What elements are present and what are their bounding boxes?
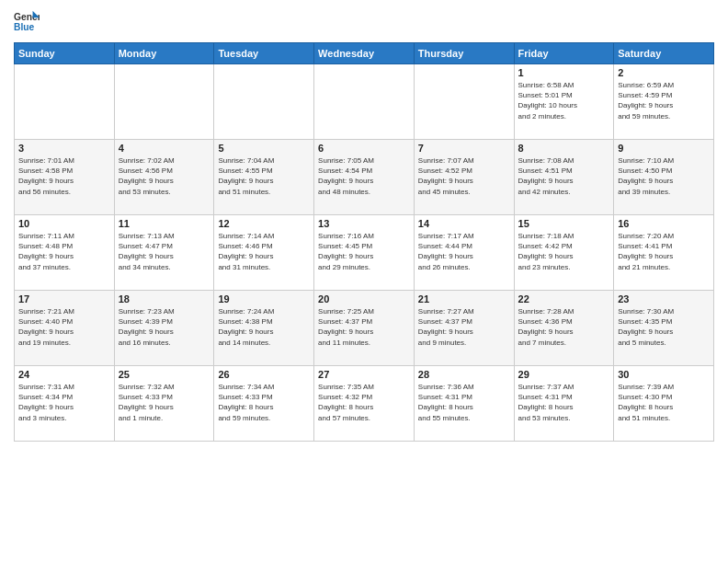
day-info: Sunrise: 7:17 AM Sunset: 4:44 PM Dayligh… [418, 231, 510, 272]
week-row-2: 3Sunrise: 7:01 AM Sunset: 4:58 PM Daylig… [15, 140, 714, 215]
calendar-cell [214, 64, 314, 140]
calendar-cell: 20Sunrise: 7:25 AM Sunset: 4:37 PM Dayli… [314, 291, 415, 366]
day-info: Sunrise: 7:35 AM Sunset: 4:32 PM Dayligh… [318, 382, 410, 423]
calendar-cell [114, 64, 214, 140]
calendar-cell: 6Sunrise: 7:05 AM Sunset: 4:54 PM Daylig… [314, 140, 415, 215]
day-number: 21 [418, 293, 510, 304]
day-info: Sunrise: 7:34 AM Sunset: 4:33 PM Dayligh… [218, 382, 310, 423]
weekday-header-row: SundayMondayTuesdayWednesdayThursdayFrid… [15, 43, 714, 64]
logo: General Blue [14, 9, 40, 35]
logo-icon: General Blue [14, 9, 40, 35]
day-info: Sunrise: 7:21 AM Sunset: 4:40 PM Dayligh… [18, 306, 110, 348]
day-info: Sunrise: 7:36 AM Sunset: 4:31 PM Dayligh… [418, 382, 510, 423]
day-info: Sunrise: 7:11 AM Sunset: 4:48 PM Dayligh… [18, 231, 110, 272]
day-number: 10 [18, 218, 110, 229]
svg-text:Blue: Blue [14, 22, 35, 32]
weekday-header-thursday: Thursday [414, 43, 514, 64]
day-number: 25 [119, 369, 210, 380]
day-info: Sunrise: 7:16 AM Sunset: 4:45 PM Dayligh… [318, 231, 410, 272]
calendar-cell [15, 64, 115, 140]
day-number: 5 [218, 143, 310, 154]
day-number: 23 [618, 293, 710, 304]
weekday-header-friday: Friday [514, 43, 614, 64]
calendar-cell: 21Sunrise: 7:27 AM Sunset: 4:37 PM Dayli… [414, 291, 514, 366]
day-number: 27 [318, 369, 410, 380]
calendar-cell: 9Sunrise: 7:10 AM Sunset: 4:50 PM Daylig… [614, 140, 714, 215]
day-number: 1 [518, 67, 610, 78]
day-number: 24 [18, 369, 110, 380]
day-number: 22 [518, 293, 610, 304]
day-info: Sunrise: 7:30 AM Sunset: 4:35 PM Dayligh… [618, 306, 710, 348]
day-number: 14 [418, 218, 510, 229]
day-number: 13 [318, 218, 410, 229]
day-info: Sunrise: 7:20 AM Sunset: 4:41 PM Dayligh… [618, 231, 710, 272]
calendar-cell: 2Sunrise: 6:59 AM Sunset: 4:59 PM Daylig… [614, 64, 714, 140]
calendar-cell: 24Sunrise: 7:31 AM Sunset: 4:34 PM Dayli… [15, 366, 115, 442]
day-number: 16 [618, 218, 710, 229]
day-info: Sunrise: 7:14 AM Sunset: 4:46 PM Dayligh… [218, 231, 310, 272]
weekday-header-saturday: Saturday [614, 43, 714, 64]
calendar-cell: 26Sunrise: 7:34 AM Sunset: 4:33 PM Dayli… [214, 366, 314, 442]
calendar-cell: 28Sunrise: 7:36 AM Sunset: 4:31 PM Dayli… [414, 366, 514, 442]
day-info: Sunrise: 7:04 AM Sunset: 4:55 PM Dayligh… [218, 155, 310, 197]
day-number: 28 [418, 369, 510, 380]
day-number: 3 [18, 143, 110, 154]
calendar-cell: 12Sunrise: 7:14 AM Sunset: 4:46 PM Dayli… [214, 215, 314, 291]
day-info: Sunrise: 7:32 AM Sunset: 4:33 PM Dayligh… [119, 382, 210, 423]
day-info: Sunrise: 7:28 AM Sunset: 4:36 PM Dayligh… [518, 306, 610, 348]
day-number: 26 [218, 369, 310, 380]
day-number: 4 [119, 143, 210, 154]
day-number: 15 [518, 218, 610, 229]
day-number: 29 [518, 369, 610, 380]
day-info: Sunrise: 7:23 AM Sunset: 4:39 PM Dayligh… [119, 306, 210, 348]
calendar-table: SundayMondayTuesdayWednesdayThursdayFrid… [14, 42, 714, 442]
day-number: 11 [119, 218, 210, 229]
week-row-5: 24Sunrise: 7:31 AM Sunset: 4:34 PM Dayli… [15, 366, 714, 442]
week-row-3: 10Sunrise: 7:11 AM Sunset: 4:48 PM Dayli… [15, 215, 714, 291]
day-info: Sunrise: 7:02 AM Sunset: 4:56 PM Dayligh… [119, 155, 210, 197]
week-row-4: 17Sunrise: 7:21 AM Sunset: 4:40 PM Dayli… [15, 291, 714, 366]
calendar-cell: 18Sunrise: 7:23 AM Sunset: 4:39 PM Dayli… [114, 291, 214, 366]
day-number: 18 [119, 293, 210, 304]
day-info: Sunrise: 7:13 AM Sunset: 4:47 PM Dayligh… [119, 231, 210, 272]
day-info: Sunrise: 7:18 AM Sunset: 4:42 PM Dayligh… [518, 231, 610, 272]
day-info: Sunrise: 7:39 AM Sunset: 4:30 PM Dayligh… [618, 382, 710, 423]
day-number: 2 [618, 67, 710, 78]
weekday-header-wednesday: Wednesday [314, 43, 415, 64]
day-info: Sunrise: 7:37 AM Sunset: 4:31 PM Dayligh… [518, 382, 610, 423]
calendar-cell: 22Sunrise: 7:28 AM Sunset: 4:36 PM Dayli… [514, 291, 614, 366]
calendar-cell: 3Sunrise: 7:01 AM Sunset: 4:58 PM Daylig… [15, 140, 115, 215]
day-info: Sunrise: 6:59 AM Sunset: 4:59 PM Dayligh… [618, 80, 710, 121]
calendar-cell: 13Sunrise: 7:16 AM Sunset: 4:45 PM Dayli… [314, 215, 415, 291]
weekday-header-tuesday: Tuesday [214, 43, 314, 64]
day-info: Sunrise: 7:25 AM Sunset: 4:37 PM Dayligh… [318, 306, 410, 348]
calendar-cell: 29Sunrise: 7:37 AM Sunset: 4:31 PM Dayli… [514, 366, 614, 442]
day-info: Sunrise: 7:01 AM Sunset: 4:58 PM Dayligh… [18, 155, 110, 197]
calendar-cell: 8Sunrise: 7:08 AM Sunset: 4:51 PM Daylig… [514, 140, 614, 215]
calendar-cell: 30Sunrise: 7:39 AM Sunset: 4:30 PM Dayli… [614, 366, 714, 442]
day-number: 6 [318, 143, 410, 154]
day-info: Sunrise: 6:58 AM Sunset: 5:01 PM Dayligh… [518, 80, 610, 121]
day-number: 8 [518, 143, 610, 154]
day-info: Sunrise: 7:27 AM Sunset: 4:37 PM Dayligh… [418, 306, 510, 348]
calendar-cell: 5Sunrise: 7:04 AM Sunset: 4:55 PM Daylig… [214, 140, 314, 215]
day-info: Sunrise: 7:31 AM Sunset: 4:34 PM Dayligh… [18, 382, 110, 423]
page-container: General Blue SundayMondayTuesdayWednesda… [0, 0, 728, 446]
calendar-cell: 23Sunrise: 7:30 AM Sunset: 4:35 PM Dayli… [614, 291, 714, 366]
calendar-cell: 7Sunrise: 7:07 AM Sunset: 4:52 PM Daylig… [414, 140, 514, 215]
day-number: 9 [618, 143, 710, 154]
day-info: Sunrise: 7:24 AM Sunset: 4:38 PM Dayligh… [218, 306, 310, 348]
day-info: Sunrise: 7:07 AM Sunset: 4:52 PM Dayligh… [418, 155, 510, 197]
day-number: 7 [418, 143, 510, 154]
day-info: Sunrise: 7:10 AM Sunset: 4:50 PM Dayligh… [618, 155, 710, 197]
day-number: 12 [218, 218, 310, 229]
calendar-cell: 16Sunrise: 7:20 AM Sunset: 4:41 PM Dayli… [614, 215, 714, 291]
day-number: 19 [218, 293, 310, 304]
calendar-cell: 27Sunrise: 7:35 AM Sunset: 4:32 PM Dayli… [314, 366, 415, 442]
calendar-cell: 19Sunrise: 7:24 AM Sunset: 4:38 PM Dayli… [214, 291, 314, 366]
calendar-cell [414, 64, 514, 140]
calendar-cell [314, 64, 415, 140]
calendar-cell: 17Sunrise: 7:21 AM Sunset: 4:40 PM Dayli… [15, 291, 115, 366]
day-info: Sunrise: 7:05 AM Sunset: 4:54 PM Dayligh… [318, 155, 410, 197]
calendar-cell: 15Sunrise: 7:18 AM Sunset: 4:42 PM Dayli… [514, 215, 614, 291]
